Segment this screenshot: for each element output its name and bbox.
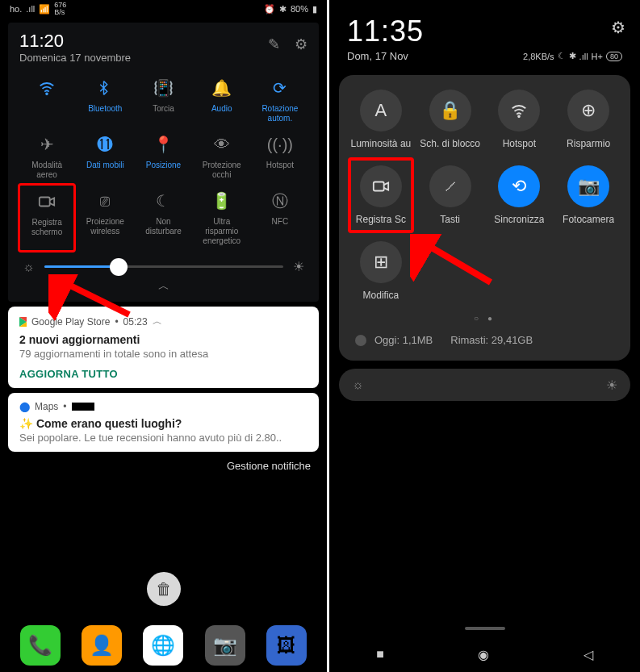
phone-right: 11:35 ⚙ Dom, 17 Nov 2,8KB/s ☾ ✱ .ıll H+ … xyxy=(329,0,640,672)
brightness-high-icon: ☀ xyxy=(293,259,304,274)
gallery-app[interactable]: 🖼 xyxy=(266,625,307,666)
notification-playstore[interactable]: Google Play Store • 05:23 ︿ 2 nuovi aggi… xyxy=(8,307,319,388)
brightness-slider[interactable]: ☼ ☀ xyxy=(19,259,307,274)
hotspot-icon: ((·)) xyxy=(269,133,291,156)
svg-rect-1 xyxy=(40,198,50,207)
battery-icon: 🔋 xyxy=(211,190,233,212)
back-button[interactable]: ◁ xyxy=(584,647,593,662)
dock: 📞 👤 🌐 📷 🖼 xyxy=(0,625,327,666)
contacts-app[interactable]: 👤 xyxy=(82,625,122,666)
collapse-icon[interactable]: ︿ xyxy=(19,279,307,294)
eye-icon: 👁 xyxy=(211,133,233,156)
settings-icon[interactable]: ⚙ xyxy=(295,35,307,53)
carrier: ho. xyxy=(10,4,22,14)
camera-app[interactable]: 📷 xyxy=(205,625,245,666)
svg-rect-4 xyxy=(374,182,384,191)
qs-tile-bell[interactable]: 🔔Audio xyxy=(195,75,249,125)
location-icon: 📍 xyxy=(152,133,174,156)
qs-tile-rotate[interactable]: ⟳Rotazione autom. xyxy=(253,75,307,125)
svg-point-3 xyxy=(518,115,520,117)
notification-maps[interactable]: ⬤ Maps • ✨ Come erano questi luoghi? Sei… xyxy=(8,393,319,452)
qs-tile-moon[interactable]: ☾Non disturbare xyxy=(136,188,190,248)
battery-icon: ▮ xyxy=(312,4,317,15)
plus-icon: ⊕ xyxy=(567,90,609,131)
date[interactable]: Domenica 17 novembre xyxy=(19,52,131,64)
qs-tile-wifi[interactable] xyxy=(19,75,74,125)
recents-button[interactable]: ■ xyxy=(376,647,384,662)
qs-tile-grid[interactable]: ⊞Modifica xyxy=(349,241,413,301)
qs-tile-record[interactable]: Registra schermo xyxy=(18,183,76,253)
qs-tile-slash[interactable]: ⟋Tasti xyxy=(418,165,483,225)
redacted xyxy=(72,403,94,411)
phone-app[interactable]: 📞 xyxy=(20,625,61,666)
qs-tile-location[interactable]: 📍Posizione xyxy=(136,131,190,182)
edit-icon[interactable]: ✎ xyxy=(268,35,280,53)
wifi-icon xyxy=(498,90,540,131)
qs-tile-nfc[interactable]: ⓃNFC xyxy=(253,188,307,248)
data-usage[interactable]: Oggi: 1,1MB Rimasti: 29,41GB xyxy=(349,334,621,346)
data-icon: ⓫ xyxy=(94,133,116,156)
qs-tile-sync[interactable]: ⟲Sincronizza xyxy=(487,165,552,225)
navigation-bar: ■ ◉ ◁ xyxy=(329,637,640,672)
qs-tile-hotspot[interactable]: ((·))Hotspot xyxy=(253,131,307,182)
brightness-high-icon: ☀ xyxy=(606,378,617,393)
alarm-icon: ⏰ xyxy=(264,4,275,15)
quick-settings-panel: ALuminosità au🔒Sch. di bloccoHotspot⊕Ris… xyxy=(339,75,630,361)
brightness-slider[interactable]: ☼ ☀ xyxy=(339,369,630,401)
lock-icon: 🔒 xyxy=(429,90,471,131)
qs-tile-record[interactable]: Registra Sc xyxy=(349,165,413,225)
airplane-icon: ✈ xyxy=(36,133,58,156)
sync-icon: ⟲ xyxy=(498,165,540,207)
qs-tile-wifi[interactable]: Hotspot xyxy=(487,90,552,149)
flashlight-icon: 📳 xyxy=(152,77,174,99)
clock[interactable]: 11:35 xyxy=(347,15,622,48)
qs-tile-cast[interactable]: ⎚Proiezione wireless xyxy=(77,188,132,248)
bluetooth-icon: ✱ xyxy=(279,4,287,15)
manage-notifications[interactable]: Gestione notifiche xyxy=(0,457,327,475)
A-icon: A xyxy=(360,90,402,131)
nfc-icon: Ⓝ xyxy=(269,190,291,212)
camera-icon: 📷 xyxy=(567,165,609,207)
signal-icon: .ıll xyxy=(26,4,35,14)
qs-tile-camera[interactable]: 📷Fotocamera xyxy=(556,165,621,225)
qs-tile-A[interactable]: ALuminosità au xyxy=(349,90,413,149)
maps-icon: ⬤ xyxy=(19,401,30,412)
bluetooth-icon xyxy=(94,77,116,99)
settings-icon[interactable]: ⚙ xyxy=(611,18,625,37)
drag-handle[interactable] xyxy=(465,627,505,630)
grid-icon: ⊞ xyxy=(360,241,402,283)
qs-tile-eye[interactable]: 👁Protezione occhi xyxy=(195,131,249,182)
battery-icon: 80 xyxy=(606,52,622,61)
brightness-low-icon: ☼ xyxy=(23,260,35,274)
playstore-icon xyxy=(19,317,27,327)
clock[interactable]: 11:20 xyxy=(19,31,131,52)
qs-tile-airplane[interactable]: ✈Modalità aereo xyxy=(19,131,74,182)
qs-tile-lock[interactable]: 🔒Sch. di blocco xyxy=(418,90,483,149)
bluetooth-icon: ✱ xyxy=(569,51,576,61)
brightness-low-icon: ☼ xyxy=(352,378,364,392)
qs-tile-battery[interactable]: 🔋Ultra risparmio energetico xyxy=(195,188,249,248)
page-indicator[interactable]: ○ ● xyxy=(349,314,621,323)
home-button[interactable]: ◉ xyxy=(478,647,489,662)
status-bar: ho. .ıll 📶 676 B/s ⏰ ✱ 80% ▮ xyxy=(0,0,327,18)
moon-icon: ☾ xyxy=(558,51,566,61)
quick-settings-panel: 11:20 Domenica 17 novembre ✎ ⚙ Bluetooth… xyxy=(8,23,319,302)
battery-pct: 80% xyxy=(291,4,308,14)
qs-tile-flashlight[interactable]: 📳Torcia xyxy=(136,75,190,125)
chrome-app[interactable]: 🌐 xyxy=(143,625,183,666)
record-icon xyxy=(36,190,58,213)
wifi-icon xyxy=(36,77,58,99)
moon-icon: ☾ xyxy=(152,190,174,212)
clear-all-button[interactable]: 🗑 xyxy=(147,572,181,606)
qs-tile-plus[interactable]: ⊕Risparmio xyxy=(556,90,621,149)
chevron-up-icon[interactable]: ︿ xyxy=(153,315,162,328)
rotate-icon: ⟳ xyxy=(269,77,291,99)
qs-tile-bluetooth[interactable]: Bluetooth xyxy=(77,75,132,125)
qs-tile-data[interactable]: ⓫Dati mobili xyxy=(77,131,132,182)
cast-icon: ⎚ xyxy=(94,190,116,212)
bell-icon: 🔔 xyxy=(211,77,233,99)
wifi-icon: 📶 xyxy=(39,4,50,15)
date[interactable]: Dom, 17 Nov xyxy=(347,50,408,62)
slider-thumb[interactable] xyxy=(110,258,128,276)
update-all-button[interactable]: AGGIORNA TUTTO xyxy=(19,368,307,380)
